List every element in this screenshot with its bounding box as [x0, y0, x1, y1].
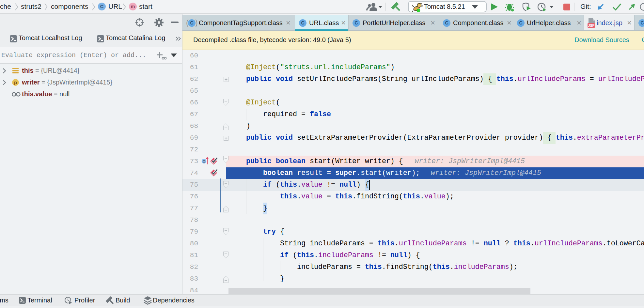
svg-text:JSP: JSP: [588, 23, 595, 27]
